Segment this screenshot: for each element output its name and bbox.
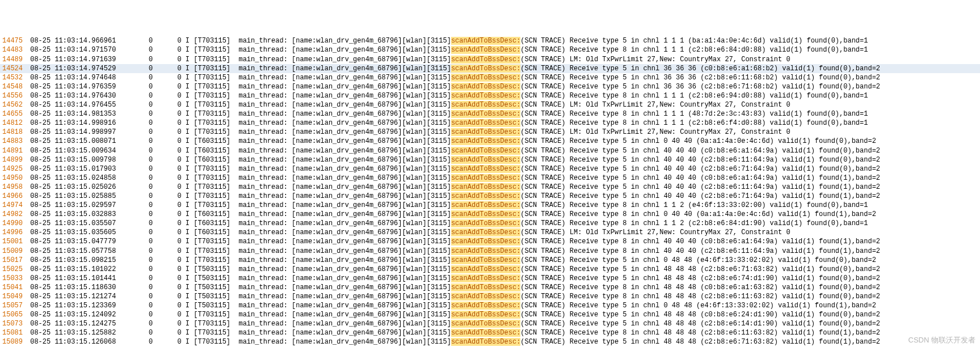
log-message: 08-25 11:03:15.057758 0 0 I [T703115] ma… — [26, 247, 880, 256]
log-row[interactable]: 14548 08-25 11:03:14.976359 0 0 I [T7031… — [0, 82, 980, 91]
log-message: 08-25 11:03:15.101022 0 0 I [T503115] ma… — [26, 265, 880, 274]
log-row[interactable]: 14925 08-25 11:03:15.017903 0 0 I [T7031… — [0, 164, 980, 174]
line-number: 14548 — [2, 82, 26, 91]
line-number: 15025 — [2, 265, 26, 274]
log-row[interactable]: 15057 08-25 11:03:15.123369 0 0 I [T5031… — [0, 301, 980, 310]
log-row[interactable]: 15073 08-25 11:03:15.124275 0 0 I [T7031… — [0, 319, 980, 328]
log-viewer[interactable]: 14475 08-25 11:03:14.966961 0 0 I [T7031… — [0, 36, 980, 347]
search-highlight: scanAddToBssDesc: — [451, 311, 520, 319]
log-row[interactable]: 14891 08-25 11:03:15.009634 0 0 I [T6031… — [0, 146, 980, 155]
log-row[interactable]: 15017 08-25 11:03:15.098215 0 0 I [T7031… — [0, 256, 980, 265]
search-highlight: scanAddToBssDesc: — [451, 110, 520, 118]
log-message: 08-25 11:03:15.098215 0 0 I [T703115] ma… — [26, 256, 876, 265]
search-highlight: scanAddToBssDesc: — [451, 247, 520, 255]
log-row[interactable]: 14532 08-25 11:03:14.974648 0 0 I [T7031… — [0, 73, 980, 82]
search-highlight: scanAddToBssDesc: — [451, 210, 520, 218]
log-row[interactable]: 14812 08-25 11:03:14.998916 0 0 I [T7031… — [0, 119, 980, 128]
line-number: 14532 — [2, 73, 26, 82]
log-row[interactable]: 14950 08-25 11:03:15.024858 0 0 I [T7031… — [0, 174, 980, 183]
line-number: 15041 — [2, 283, 26, 292]
search-highlight: scanAddToBssDesc: — [451, 192, 520, 200]
log-row[interactable]: 15089 08-25 11:03:15.126068 0 0 I [T7031… — [0, 337, 980, 346]
search-highlight: scanAddToBssDesc: — [451, 83, 520, 91]
line-number: 15073 — [2, 319, 26, 328]
line-number: 14483 — [2, 45, 26, 54]
log-row[interactable]: 14818 08-25 11:03:14.998997 0 0 I [T7031… — [0, 128, 980, 137]
log-message: 08-25 11:03:14.966961 0 0 I [T703115] ma… — [26, 36, 868, 45]
search-highlight: scanAddToBssDesc: — [451, 101, 520, 109]
log-message: 08-25 11:03:14.974529 0 0 I [T703115] ma… — [26, 64, 880, 73]
log-row[interactable]: 15065 08-25 11:03:15.124092 0 0 I [T7031… — [0, 310, 980, 319]
log-message: 08-25 11:03:14.976430 0 0 I [T703115] ma… — [26, 91, 868, 100]
search-highlight: scanAddToBssDesc: — [451, 92, 520, 100]
log-message: 08-25 11:03:15.121274 0 0 I [T503115] ma… — [26, 292, 880, 301]
line-number: 15089 — [2, 337, 26, 346]
log-row[interactable]: 15041 08-25 11:03:15.118630 0 0 I [T5031… — [0, 283, 980, 292]
log-row[interactable]: 14475 08-25 11:03:14.966961 0 0 I [T7031… — [0, 36, 980, 45]
line-number: 14812 — [2, 119, 26, 128]
line-number: 15049 — [2, 292, 26, 301]
log-row[interactable]: 14958 08-25 11:03:15.025026 0 0 I [T7031… — [0, 183, 980, 192]
log-row[interactable]: 15001 08-25 11:03:15.047779 0 0 I [T7031… — [0, 237, 980, 246]
log-row[interactable]: 14562 08-25 11:03:14.976455 0 0 I [T7031… — [0, 100, 980, 109]
search-highlight: scanAddToBssDesc: — [451, 56, 520, 64]
search-highlight: scanAddToBssDesc: — [451, 65, 520, 73]
log-message: 08-25 11:03:15.101441 0 0 I [T503115] ma… — [26, 274, 880, 283]
log-message: 08-25 11:03:15.118630 0 0 I [T503115] ma… — [26, 283, 880, 292]
log-row[interactable]: 14883 08-25 11:03:15.008071 0 0 I [T6031… — [0, 137, 980, 146]
log-message: 08-25 11:03:14.974648 0 0 I [T703115] ma… — [26, 73, 880, 82]
search-highlight: scanAddToBssDesc: — [451, 156, 520, 164]
line-number: 14966 — [2, 192, 26, 201]
log-row[interactable]: 14974 08-25 11:03:15.029597 0 0 I [T7031… — [0, 201, 980, 210]
search-highlight: scanAddToBssDesc: — [451, 293, 520, 301]
search-highlight: scanAddToBssDesc: — [451, 302, 520, 310]
log-row[interactable]: 14556 08-25 11:03:14.976430 0 0 I [T7031… — [0, 91, 980, 100]
log-row[interactable]: 14899 08-25 11:03:15.009798 0 0 I [T6031… — [0, 155, 980, 164]
search-highlight: scanAddToBssDesc: — [451, 338, 520, 346]
line-number: 14950 — [2, 174, 26, 183]
log-message: 08-25 11:03:14.971639 0 0 I [T703115] ma… — [26, 55, 790, 64]
log-row[interactable]: 15009 08-25 11:03:15.057758 0 0 I [T7031… — [0, 247, 980, 256]
search-highlight: scanAddToBssDesc: — [451, 228, 520, 236]
line-number: 15017 — [2, 256, 26, 265]
log-message: 08-25 11:03:15.032883 0 0 I [T603115] ma… — [26, 210, 876, 219]
search-highlight: scanAddToBssDesc: — [451, 174, 520, 182]
log-message: 08-25 11:03:15.124092 0 0 I [T703115] ma… — [26, 310, 880, 319]
log-message: 08-25 11:03:15.029597 0 0 I [T703115] ma… — [26, 201, 868, 210]
search-highlight: scanAddToBssDesc: — [451, 201, 520, 209]
log-message: 08-25 11:03:14.998916 0 0 I [T703115] ma… — [26, 119, 868, 128]
log-message: 08-25 11:03:15.123369 0 0 I [T503115] ma… — [26, 301, 876, 310]
search-highlight: scanAddToBssDesc: — [451, 46, 520, 54]
log-message: 08-25 11:03:15.009634 0 0 I [T603115] ma… — [26, 146, 880, 155]
search-highlight: scanAddToBssDesc: — [451, 119, 520, 127]
log-row[interactable]: 15081 08-25 11:03:15.125882 0 0 I [T7031… — [0, 328, 980, 337]
log-row[interactable]: 15033 08-25 11:03:15.101441 0 0 I [T5031… — [0, 274, 980, 283]
log-row[interactable]: 14990 08-25 11:03:15.035507 0 0 I [T6031… — [0, 219, 980, 228]
search-highlight: scanAddToBssDesc: — [451, 147, 520, 155]
log-row[interactable]: 15049 08-25 11:03:15.121274 0 0 I [T5031… — [0, 292, 980, 301]
log-message: 08-25 11:03:14.998997 0 0 I [T703115] ma… — [26, 128, 790, 137]
log-message: 08-25 11:03:15.035507 0 0 I [T603115] ma… — [26, 219, 868, 228]
line-number: 14655 — [2, 109, 26, 119]
search-highlight: scanAddToBssDesc: — [451, 238, 520, 246]
log-row[interactable]: 14483 08-25 11:03:14.971570 0 0 I [T7031… — [0, 45, 980, 54]
line-number: 14990 — [2, 219, 26, 228]
log-row[interactable]: 14966 08-25 11:03:15.025885 0 0 I [T7031… — [0, 192, 980, 201]
log-row[interactable]: 14982 08-25 11:03:15.032883 0 0 I [T6031… — [0, 210, 980, 219]
log-message: 08-25 11:03:15.025026 0 0 I [T703115] ma… — [26, 183, 880, 192]
log-row[interactable]: 15025 08-25 11:03:15.101022 0 0 I [T5031… — [0, 265, 980, 274]
line-number: 15065 — [2, 310, 26, 319]
search-highlight: scanAddToBssDesc: — [451, 128, 520, 136]
log-message: 08-25 11:03:14.981353 0 0 I [T703115] ma… — [26, 109, 868, 119]
log-row[interactable]: 14996 08-25 11:03:15.035605 0 0 I [T6031… — [0, 228, 980, 237]
search-highlight: scanAddToBssDesc: — [451, 137, 520, 145]
log-message: 08-25 11:03:15.008071 0 0 I [T603115] ma… — [26, 137, 876, 146]
log-row[interactable]: 14655 08-25 11:03:14.981353 0 0 I [T7031… — [0, 109, 980, 119]
search-highlight: scanAddToBssDesc: — [451, 274, 520, 282]
log-row[interactable]: 14524 08-25 11:03:14.974529 0 0 I [T7031… — [0, 64, 980, 73]
log-message: 08-25 11:03:15.024858 0 0 I [T703115] ma… — [26, 174, 880, 183]
search-highlight: scanAddToBssDesc: — [451, 320, 520, 328]
log-row[interactable]: 14489 08-25 11:03:14.971639 0 0 I [T7031… — [0, 55, 980, 64]
search-highlight: scanAddToBssDesc: — [451, 183, 520, 191]
line-number: 14818 — [2, 128, 26, 137]
